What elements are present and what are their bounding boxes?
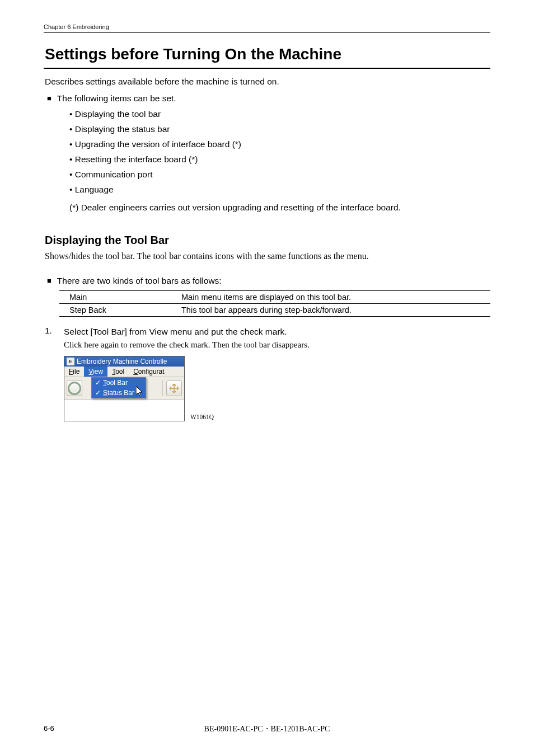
can-set-row: ■ The following items can be set. xyxy=(44,92,490,105)
toolbar-move-button[interactable] xyxy=(166,381,182,396)
title-rule xyxy=(44,68,490,69)
menu-configuration[interactable]: Configurat xyxy=(129,367,168,377)
app-window: E Embroidery Machine Controlle File View… xyxy=(64,356,185,421)
square-bullet-icon: ■ xyxy=(47,92,51,104)
table-cell-name: Step Back xyxy=(69,306,181,314)
list-item: Displaying the status bar xyxy=(69,123,490,135)
list-item: Upgrading the version of interface board… xyxy=(69,138,490,151)
step-1: 1. Select [Tool Bar] from View menu and … xyxy=(44,326,490,338)
screenshot-figure: E Embroidery Machine Controlle File View… xyxy=(44,356,490,421)
toolbar-power-button[interactable] xyxy=(67,381,82,396)
two-kinds-text: There are two kinds of tool bars as foll… xyxy=(57,275,222,287)
page-title: Settings before Turning On the Machine xyxy=(44,45,490,63)
menu-bar: File View Tool Configurat xyxy=(64,367,184,377)
table-cell-desc: This tool bar appears during step-back/f… xyxy=(181,306,490,314)
step-number: 1. xyxy=(45,326,55,336)
list-item: Displaying the tool bar xyxy=(69,108,490,120)
page-number: 6-6 xyxy=(44,724,54,732)
footer-model: BE-0901E-AC-PC・BE-1201B-AC-PC xyxy=(44,724,490,734)
menu-file[interactable]: File xyxy=(64,367,84,377)
settings-bullet-list: Displaying the tool bar Displaying the s… xyxy=(44,108,490,196)
top-rule xyxy=(44,32,490,33)
list-item: Resetting the interface board (*) xyxy=(69,153,490,166)
section-description: Shows/hides the tool bar. The tool bar c… xyxy=(44,250,490,262)
step-subtext: Click here again to remove the check mar… xyxy=(44,339,490,350)
window-title: Embroidery Machine Controlle xyxy=(77,358,167,365)
menu-view[interactable]: View xyxy=(84,367,107,377)
check-icon: ✓ xyxy=(95,389,101,397)
can-set-text: The following items can be set. xyxy=(57,92,176,105)
figure-code: W1061Q xyxy=(189,414,214,421)
check-icon: ✓ xyxy=(95,379,101,387)
tool-bar-area: ✓ Tool Bar ✓ Status Bar xyxy=(64,377,184,400)
section-heading: Displaying the Tool Bar xyxy=(44,234,490,247)
list-item: Communication port xyxy=(69,168,490,181)
canvas-area xyxy=(64,400,184,421)
svg-marker-0 xyxy=(136,386,142,396)
intro-text: Describes settings available before the … xyxy=(44,77,490,87)
page-footer: 6-6 BE-0901E-AC-PC・BE-1201B-AC-PC xyxy=(44,724,490,732)
step-text: Select [Tool Bar] from View menu and put… xyxy=(64,326,287,338)
table-row: Main Main menu items are displayed on th… xyxy=(59,291,490,303)
table-cell-desc: Main menu items are displayed on this to… xyxy=(181,293,490,302)
list-item: Language xyxy=(69,184,490,196)
toolbar-kinds-table: Main Main menu items are displayed on th… xyxy=(59,290,490,317)
mouse-cursor-icon xyxy=(136,386,144,397)
note-text: (*) Dealer engineers carries out version… xyxy=(44,201,490,214)
toolbar-separator xyxy=(162,381,163,396)
app-icon: E xyxy=(67,358,74,365)
running-head: Chapter 6 Embroidering xyxy=(44,24,490,30)
two-kinds-row: ■ There are two kinds of tool bars as fo… xyxy=(44,275,490,287)
square-bullet-icon: ■ xyxy=(47,275,51,287)
window-titlebar: E Embroidery Machine Controlle xyxy=(64,356,184,367)
menu-tool[interactable]: Tool xyxy=(107,367,129,377)
table-cell-name: Main xyxy=(69,293,181,302)
table-row: Step Back This tool bar appears during s… xyxy=(59,303,490,316)
